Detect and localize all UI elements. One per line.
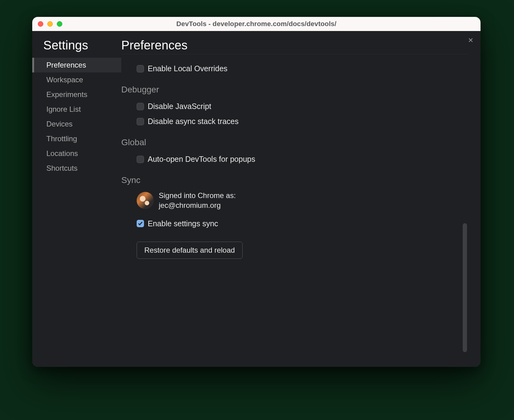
sidebar-heading: Settings — [32, 38, 121, 58]
checkbox-icon[interactable] — [137, 118, 144, 125]
sidebar-items: Preferences Workspace Experiments Ignore… — [32, 58, 121, 176]
sync-text: Signed into Chrome as: jec@chromium.org — [159, 191, 236, 211]
signed-in-email: jec@chromium.org — [159, 200, 236, 210]
checkbox-icon[interactable] — [137, 156, 144, 163]
sidebar-item-ignore-list[interactable]: Ignore List — [32, 102, 121, 117]
section-title: Global — [121, 138, 468, 147]
scrollbar-thumb[interactable] — [463, 223, 467, 352]
sidebar-item-locations[interactable]: Locations — [32, 146, 121, 161]
section-overrides: Enable Local Overrides — [121, 61, 468, 76]
window-zoom-button[interactable] — [57, 21, 62, 27]
sidebar: Settings Preferences Workspace Experimen… — [32, 31, 121, 367]
option-label: Disable async stack traces — [148, 117, 239, 126]
sidebar-item-shortcuts[interactable]: Shortcuts — [32, 161, 121, 176]
sidebar-item-throttling[interactable]: Throttling — [32, 131, 121, 146]
content-area: × Settings Preferences Workspace Experim… — [32, 31, 481, 367]
section-global: Global Auto-open DevTools for popups — [121, 138, 468, 167]
preferences-scroll-area[interactable]: Enable Local Overrides Debugger Disable … — [121, 54, 468, 367]
titlebar: DevTools - developer.chrome.com/docs/dev… — [32, 17, 481, 31]
preferences-inner: Enable Local Overrides Debugger Disable … — [121, 61, 468, 367]
sync-account-row: Signed into Chrome as: jec@chromium.org — [121, 189, 468, 216]
option-disable-javascript[interactable]: Disable JavaScript — [121, 99, 468, 114]
option-label: Enable settings sync — [148, 219, 218, 228]
checkbox-checked-icon[interactable] — [137, 220, 144, 227]
section-title: Debugger — [121, 85, 468, 95]
checkbox-icon[interactable] — [137, 65, 144, 72]
window-title: DevTools - developer.chrome.com/docs/dev… — [176, 20, 336, 28]
sidebar-item-experiments[interactable]: Experiments — [32, 87, 121, 102]
devtools-settings-window: DevTools - developer.chrome.com/docs/dev… — [32, 17, 481, 367]
section-title: Sync — [121, 175, 468, 185]
sidebar-item-devices[interactable]: Devices — [32, 117, 121, 131]
option-disable-async-stack-traces[interactable]: Disable async stack traces — [121, 114, 468, 129]
avatar — [137, 192, 154, 209]
option-enable-settings-sync[interactable]: Enable settings sync — [121, 216, 468, 231]
restore-row: Restore defaults and reload — [121, 231, 468, 259]
main-panel: Preferences Enable Local Overrides Debug… — [121, 31, 481, 367]
sidebar-item-preferences[interactable]: Preferences — [32, 58, 121, 72]
option-label: Auto-open DevTools for popups — [148, 155, 255, 164]
option-auto-open-devtools-popups[interactable]: Auto-open DevTools for popups — [121, 152, 468, 167]
section-sync: Sync Signed into Chrome as: jec@chromium… — [121, 175, 468, 259]
close-icon[interactable]: × — [468, 36, 473, 45]
main-heading: Preferences — [121, 38, 468, 53]
window-close-button[interactable] — [38, 21, 43, 27]
traffic-lights — [38, 21, 62, 27]
option-enable-local-overrides[interactable]: Enable Local Overrides — [121, 61, 468, 76]
sidebar-item-workspace[interactable]: Workspace — [32, 72, 121, 87]
signed-in-label: Signed into Chrome as: — [159, 191, 236, 200]
restore-defaults-button[interactable]: Restore defaults and reload — [137, 242, 243, 259]
checkbox-icon[interactable] — [137, 103, 144, 110]
window-minimize-button[interactable] — [47, 21, 53, 27]
option-label: Enable Local Overrides — [148, 64, 228, 73]
option-label: Disable JavaScript — [148, 102, 211, 111]
section-debugger: Debugger Disable JavaScript Disable asyn… — [121, 85, 468, 129]
